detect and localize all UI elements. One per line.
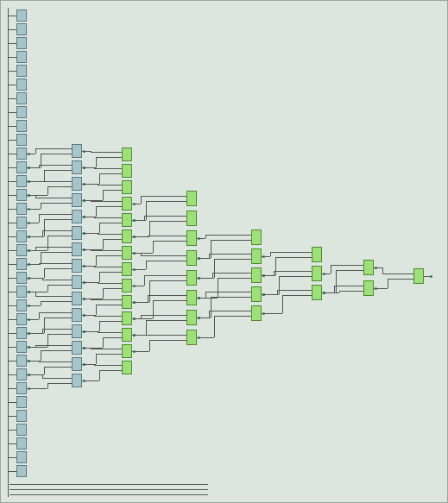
wire xyxy=(336,270,337,292)
input-cell[interactable] xyxy=(16,244,27,256)
input-cell[interactable] xyxy=(16,286,27,298)
input-cell[interactable] xyxy=(16,23,27,35)
input-cell[interactable] xyxy=(72,292,82,305)
logic-cell[interactable] xyxy=(122,229,132,243)
logic-cell[interactable] xyxy=(251,286,262,302)
logic-cell[interactable] xyxy=(122,246,132,260)
logic-cell[interactable] xyxy=(363,280,374,296)
logic-cell[interactable] xyxy=(251,305,262,321)
input-cell[interactable] xyxy=(16,65,27,77)
input-cell[interactable] xyxy=(16,299,27,311)
logic-cell[interactable] xyxy=(186,330,197,345)
logic-cell[interactable] xyxy=(413,268,424,284)
input-cell[interactable] xyxy=(16,161,27,173)
input-cell[interactable] xyxy=(72,242,82,256)
logic-cell[interactable] xyxy=(312,285,322,300)
input-cell[interactable] xyxy=(16,258,27,270)
input-cell[interactable] xyxy=(16,410,27,422)
input-cell[interactable] xyxy=(16,437,27,450)
input-cell[interactable] xyxy=(72,324,82,338)
input-cell[interactable] xyxy=(16,341,27,353)
input-cell[interactable] xyxy=(16,368,27,380)
input-cell[interactable] xyxy=(16,148,27,160)
input-cell[interactable] xyxy=(16,92,27,104)
logic-cell[interactable] xyxy=(122,279,132,292)
logic-cell[interactable] xyxy=(122,295,132,309)
logic-cell[interactable] xyxy=(122,311,132,325)
input-cell[interactable] xyxy=(72,144,82,158)
input-cell[interactable] xyxy=(72,193,82,207)
logic-cell[interactable] xyxy=(122,262,132,276)
input-cell[interactable] xyxy=(72,259,82,273)
wire xyxy=(146,201,186,202)
logic-cell[interactable] xyxy=(363,260,374,275)
input-cell[interactable] xyxy=(16,37,27,49)
logic-cell[interactable] xyxy=(251,248,262,264)
wire xyxy=(149,221,186,222)
logic-cell[interactable] xyxy=(122,148,132,161)
wire xyxy=(8,126,16,127)
input-cell[interactable] xyxy=(72,226,82,240)
input-cell[interactable] xyxy=(72,160,82,174)
input-cell[interactable] xyxy=(16,203,27,215)
input-cell[interactable] xyxy=(16,424,27,436)
input-cell[interactable] xyxy=(16,120,27,132)
input-cell[interactable] xyxy=(72,357,82,371)
input-cell[interactable] xyxy=(72,308,82,322)
input-cell[interactable] xyxy=(16,189,27,201)
logic-cell[interactable] xyxy=(122,361,132,374)
input-cell[interactable] xyxy=(16,230,27,242)
wire xyxy=(42,378,72,379)
input-cell[interactable] xyxy=(16,313,27,325)
logic-cell[interactable] xyxy=(186,211,197,226)
pin xyxy=(28,263,30,266)
pin xyxy=(262,274,265,277)
logic-cell[interactable] xyxy=(186,250,197,266)
logic-cell[interactable] xyxy=(186,270,197,286)
schematic-canvas[interactable] xyxy=(0,0,448,503)
input-cell[interactable] xyxy=(16,79,27,91)
logic-cell[interactable] xyxy=(122,164,132,178)
input-cell[interactable] xyxy=(72,275,82,289)
logic-cell[interactable] xyxy=(122,344,132,358)
input-cell[interactable] xyxy=(16,465,27,477)
wire xyxy=(212,273,251,274)
wire xyxy=(8,8,9,497)
input-cell[interactable] xyxy=(16,175,27,187)
pin xyxy=(133,252,136,255)
logic-cell[interactable] xyxy=(251,267,262,283)
input-cell[interactable] xyxy=(16,272,27,284)
logic-cell[interactable] xyxy=(186,230,197,246)
input-cell[interactable] xyxy=(16,382,27,394)
input-cell[interactable] xyxy=(16,134,27,146)
input-cell[interactable] xyxy=(16,327,27,339)
input-cell[interactable] xyxy=(16,9,27,22)
logic-cell[interactable] xyxy=(186,310,197,325)
input-cell[interactable] xyxy=(16,355,27,367)
logic-cell[interactable] xyxy=(186,191,197,206)
input-cell[interactable] xyxy=(16,396,27,408)
input-cell[interactable] xyxy=(16,106,27,118)
pin xyxy=(133,350,136,353)
input-cell[interactable] xyxy=(72,374,82,387)
wire xyxy=(44,318,45,333)
input-cell[interactable] xyxy=(16,451,27,463)
logic-cell[interactable] xyxy=(122,180,132,194)
logic-cell[interactable] xyxy=(186,290,197,305)
input-cell[interactable] xyxy=(72,177,82,191)
logic-cell[interactable] xyxy=(122,197,132,211)
input-cell[interactable] xyxy=(72,341,82,355)
logic-cell[interactable] xyxy=(122,213,132,227)
input-cell[interactable] xyxy=(16,51,27,63)
wire xyxy=(41,252,72,253)
logic-cell[interactable] xyxy=(251,229,262,245)
wire xyxy=(35,198,72,198)
wire xyxy=(41,252,41,264)
logic-cell[interactable] xyxy=(312,266,322,281)
wire xyxy=(94,365,122,366)
logic-cell[interactable] xyxy=(122,328,132,342)
input-cell[interactable] xyxy=(72,210,82,223)
logic-cell[interactable] xyxy=(312,247,322,262)
pin xyxy=(83,150,85,153)
input-cell[interactable] xyxy=(16,217,27,229)
